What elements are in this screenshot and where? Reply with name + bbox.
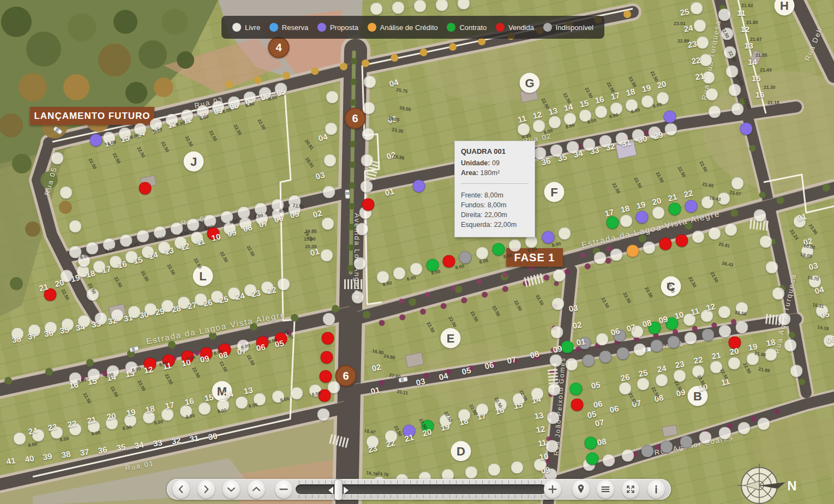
lot-marker-livre[interactable] — [692, 231, 705, 243]
lot-marker-indisponivel[interactable] — [651, 340, 663, 352]
zoom-out-button[interactable] — [275, 480, 292, 499]
lot-marker-livre[interactable] — [559, 227, 571, 240]
lot-marker-livre[interactable] — [198, 402, 211, 415]
lot-marker-contrato[interactable] — [607, 217, 619, 229]
lot-marker-vendida[interactable] — [321, 351, 333, 364]
lot-marker-livre[interactable] — [699, 54, 712, 67]
lot-marker-livre[interactable] — [778, 313, 790, 326]
lot-marker-livre[interactable] — [652, 207, 665, 219]
lot-marker-livre[interactable] — [718, 9, 731, 21]
lot-marker-vendida[interactable] — [139, 182, 152, 195]
lot-marker-livre[interactable] — [546, 440, 559, 452]
lot-marker-vendida[interactable] — [362, 199, 375, 211]
lot-marker-vendida[interactable] — [571, 399, 584, 411]
lot-marker-livre[interactable] — [410, 263, 422, 275]
lot-marker-livre[interactable] — [633, 343, 646, 356]
lot-marker-indisponivel[interactable] — [661, 440, 673, 453]
lot-marker-indisponivel[interactable] — [641, 445, 653, 458]
lot-marker-livre[interactable] — [356, 223, 369, 236]
lot-marker-indisponivel[interactable] — [701, 328, 714, 341]
lot-marker-livre[interactable] — [363, 102, 375, 115]
lot-marker-livre[interactable] — [323, 186, 335, 199]
lot-marker-livre[interactable] — [235, 396, 248, 409]
lot-marker-contrato[interactable] — [570, 383, 583, 395]
locate-button[interactable] — [572, 480, 590, 499]
lot-marker-livre[interactable] — [758, 418, 770, 430]
lot-marker-livre[interactable] — [594, 252, 607, 265]
lot-marker-livre[interactable] — [458, 0, 470, 10]
lot-marker-indisponivel[interactable] — [668, 336, 680, 349]
menu-button[interactable] — [597, 480, 614, 499]
legend-item-analise[interactable]: Análise de Crédito — [368, 23, 438, 32]
lot-marker-livre[interactable] — [731, 177, 744, 190]
lot-marker-livre[interactable] — [728, 357, 741, 369]
lot-marker-contrato[interactable] — [669, 203, 681, 215]
lot-marker-livre[interactable] — [14, 433, 26, 445]
lot-marker-livre[interactable] — [553, 269, 566, 282]
lot-marker-livre[interactable] — [697, 37, 709, 49]
lot-marker-livre[interactable] — [610, 248, 623, 261]
lot-marker-livre[interactable] — [729, 84, 741, 97]
lot-marker-livre[interactable] — [549, 355, 562, 367]
lot-marker-livre[interactable] — [718, 427, 731, 439]
lot-marker-livre[interactable] — [488, 464, 500, 476]
lot-marker-contrato[interactable] — [586, 453, 599, 465]
lot-marker-livre[interactable] — [69, 220, 81, 233]
lot-marker-livre[interactable] — [766, 261, 778, 274]
lot-marker-livre[interactable] — [765, 349, 777, 361]
lot-marker-livre[interactable] — [754, 209, 766, 222]
lot-marker-livre[interactable] — [674, 369, 686, 382]
lot-marker-livre[interactable] — [362, 128, 374, 141]
lot-marker-livre[interactable] — [136, 230, 149, 243]
lot-marker-vendida[interactable] — [320, 370, 332, 383]
lot-marker-livre[interactable] — [760, 235, 772, 248]
legend-item-contrato[interactable]: Contrato — [447, 23, 487, 32]
lot-marker-livre[interactable] — [665, 123, 677, 136]
info-button[interactable] — [647, 480, 665, 499]
lot-marker-livre[interactable] — [550, 326, 563, 339]
lot-marker-livre[interactable] — [693, 19, 706, 32]
lot-marker-livre[interactable] — [323, 313, 335, 326]
lot-marker-livre[interactable] — [566, 358, 578, 371]
pan-left-button[interactable] — [172, 480, 190, 499]
zoom-slider[interactable] — [296, 479, 547, 500]
lot-marker-livre[interactable] — [354, 257, 367, 269]
lot-marker-livre[interactable] — [51, 152, 64, 165]
lot-marker-indisponivel[interactable] — [616, 347, 629, 359]
lot-marker-indisponivel[interactable] — [599, 351, 612, 363]
lot-marker-livre[interactable] — [352, 291, 364, 304]
lot-marker-livre[interactable] — [709, 106, 721, 118]
lot-marker-livre[interactable] — [709, 227, 721, 239]
lot-marker-livre[interactable] — [738, 422, 751, 435]
zoom-in-button[interactable] — [544, 480, 561, 499]
legend-item-reserva[interactable]: Reserva — [269, 23, 308, 32]
legend-item-livre[interactable]: Livre — [232, 23, 260, 32]
lot-marker-livre[interactable] — [596, 333, 609, 345]
pan-up-button[interactable] — [248, 480, 265, 499]
lot-marker-livre[interactable] — [551, 298, 564, 310]
lot-marker-livre[interactable] — [641, 95, 653, 108]
lot-marker-vendida[interactable] — [322, 332, 334, 345]
lot-marker-livre[interactable] — [637, 378, 650, 391]
lot-marker-livre[interactable] — [643, 241, 656, 254]
lot-marker-livre[interactable] — [509, 239, 521, 251]
lot-marker-livre[interactable] — [548, 383, 561, 395]
lot-marker-contrato[interactable] — [585, 437, 597, 449]
lot-marker-vendida[interactable] — [443, 255, 455, 267]
lot-marker-proposta[interactable] — [664, 111, 676, 123]
lot-marker-livre[interactable] — [360, 181, 373, 193]
lot-marker-proposta[interactable] — [685, 200, 698, 213]
lot-marker-livre[interactable] — [718, 325, 731, 337]
lot-marker-livre[interactable] — [465, 466, 477, 479]
legend-item-indisponivel[interactable]: Indisponível — [543, 23, 593, 32]
lot-marker-indisponivel[interactable] — [459, 251, 472, 263]
lot-marker-livre[interactable] — [324, 154, 337, 167]
lot-marker-proposta[interactable] — [413, 180, 425, 193]
lot-marker-livre[interactable] — [322, 218, 334, 230]
lot-marker-livre[interactable] — [414, 0, 427, 13]
lot-marker-livre[interactable] — [620, 215, 633, 227]
lot-marker-livre[interactable] — [595, 106, 607, 118]
lot-marker-livre[interactable] — [392, 1, 405, 14]
lot-marker-livre[interactable] — [602, 454, 615, 466]
lot-marker-analise[interactable] — [627, 245, 639, 257]
